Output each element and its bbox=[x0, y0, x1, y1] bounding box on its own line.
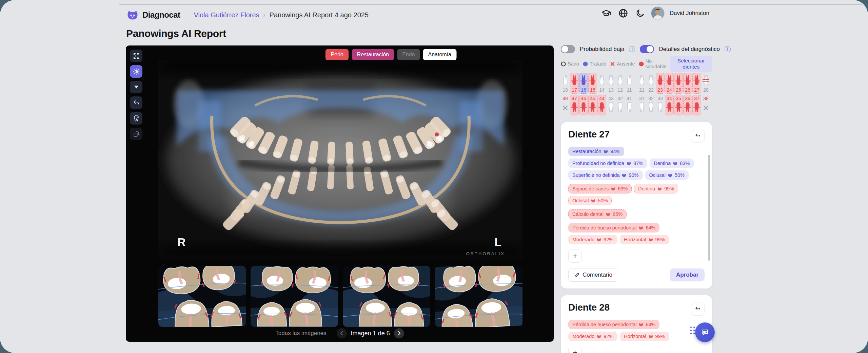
diagnosis-group: Restauración94%Profundidad no definida87… bbox=[568, 147, 705, 180]
tooth-number: 35 bbox=[676, 96, 681, 101]
tooth-47[interactable]: 47 bbox=[570, 95, 579, 115]
tooth-21[interactable]: 21 bbox=[637, 73, 646, 94]
tooth-34[interactable]: 34 bbox=[665, 95, 674, 115]
tooth-36[interactable]: 36 bbox=[683, 95, 692, 115]
tooth-37[interactable]: 37 bbox=[692, 95, 701, 115]
tooth-15[interactable]: 15 bbox=[588, 73, 597, 94]
toggle-detalles-del-diagnostico[interactable] bbox=[640, 45, 654, 53]
tooth-46[interactable]: 46 bbox=[579, 95, 588, 115]
chat-drag-handle-icon[interactable] bbox=[690, 327, 695, 335]
thumbnail-image-1[interactable] bbox=[158, 266, 246, 327]
tooth-18[interactable]: 18 bbox=[561, 73, 570, 94]
tooth-17[interactable]: 17 bbox=[570, 73, 579, 94]
toggle-probabilidad-baja[interactable] bbox=[561, 45, 575, 53]
tooth-38[interactable]: 38 bbox=[702, 95, 710, 115]
diagnosis-group: Pérdida de hueso periodontal64%Moderado9… bbox=[568, 320, 705, 341]
previous-image-button[interactable] bbox=[337, 328, 347, 338]
add-diagnosis-button[interactable]: + bbox=[568, 249, 582, 263]
tooth-48[interactable]: 48 bbox=[561, 95, 570, 115]
layer-tab-restauracion[interactable]: Restauración bbox=[352, 49, 394, 60]
tooth-number: 32 bbox=[648, 96, 654, 101]
select-teeth-button[interactable]: Seleccionar dientes bbox=[670, 56, 712, 72]
diagnosis-tag-oclusal[interactable]: Oclusal50% bbox=[568, 196, 612, 205]
tooth-11[interactable]: 11 bbox=[625, 73, 634, 94]
diagnosis-tag-moderado[interactable]: Moderado92% bbox=[568, 332, 617, 341]
tooth-number: 46 bbox=[581, 96, 586, 101]
legend-label: Tratado bbox=[590, 61, 606, 67]
layer-tab-anatomia[interactable]: Anatomía bbox=[423, 49, 456, 60]
layer-tab-perio[interactable]: Perio bbox=[325, 49, 349, 60]
undo-button[interactable] bbox=[691, 129, 705, 143]
user-name[interactable]: David Johnston bbox=[670, 10, 709, 17]
diagnosis-tag-perdida-de-hueso-periodontal[interactable]: Pérdida de hueso periodontal64% bbox=[568, 320, 659, 329]
tooth-12[interactable]: 12 bbox=[616, 73, 625, 94]
tool-brightness-button[interactable] bbox=[130, 65, 142, 78]
tooth-icon bbox=[626, 102, 633, 115]
user-avatar[interactable] bbox=[651, 7, 664, 20]
diagnosis-tag-oclusal[interactable]: Oclusal50% bbox=[645, 170, 689, 180]
chat-button[interactable] bbox=[695, 322, 715, 342]
comment-button[interactable]: Comentario bbox=[568, 268, 618, 282]
panel-scrollbar[interactable] bbox=[708, 155, 710, 261]
tooth-26[interactable]: 26 bbox=[683, 73, 692, 94]
tooth-22[interactable]: 22 bbox=[647, 73, 655, 94]
tooth-33[interactable]: 33 bbox=[656, 95, 665, 115]
layer-tab-endo[interactable]: Endo bbox=[397, 49, 420, 60]
tool-undo-button[interactable] bbox=[130, 96, 142, 109]
thumbnail-image-2[interactable] bbox=[251, 266, 338, 327]
thumbnail-image-4[interactable] bbox=[435, 266, 522, 327]
diagnosis-tag-profundidad-no-definida[interactable]: Profundidad no definida87% bbox=[568, 159, 647, 168]
tooth-31[interactable]: 31 bbox=[637, 95, 646, 115]
approve-button[interactable]: Aprobar bbox=[670, 268, 705, 281]
tool-tooth-numbers-button[interactable]: # bbox=[130, 112, 142, 125]
thumbnail-image-3[interactable] bbox=[343, 266, 430, 327]
tooth-42[interactable]: 42 bbox=[616, 95, 625, 115]
language-globe-icon[interactable] bbox=[617, 7, 629, 19]
tooth-16[interactable]: 16 bbox=[579, 73, 588, 94]
tooth-32[interactable]: 32 bbox=[647, 95, 655, 115]
info-icon[interactable]: i bbox=[629, 46, 635, 52]
diagnosis-tag-restauracion[interactable]: Restauración94% bbox=[568, 147, 624, 156]
tooth-number: 45 bbox=[590, 96, 595, 101]
tooth-14[interactable]: 14 bbox=[597, 73, 606, 94]
breadcrumb-patient-link[interactable]: Viola Gutiérrez Flores bbox=[194, 11, 259, 19]
tooth-35[interactable]: 35 bbox=[674, 95, 683, 115]
tooth-23[interactable]: 23 bbox=[656, 73, 665, 94]
tooth-43[interactable]: 43 bbox=[607, 95, 615, 115]
tooth-24[interactable]: 24 bbox=[665, 73, 674, 94]
undo-button[interactable] bbox=[691, 302, 705, 316]
tool-filter-button[interactable] bbox=[130, 81, 142, 93]
education-icon[interactable] bbox=[600, 7, 612, 19]
tooth-27[interactable]: 27 bbox=[692, 73, 701, 94]
diagnosis-tag-horizontal[interactable]: Horizontal99% bbox=[620, 235, 669, 244]
tooth-number: 17 bbox=[572, 87, 577, 93]
diagnosis-tag-moderado[interactable]: Moderado92% bbox=[568, 235, 617, 244]
brand[interactable]: Diagnocat bbox=[126, 9, 180, 21]
diagnosis-tag-perdida-de-hueso-periodontal[interactable]: Pérdida de hueso periodontal64% bbox=[568, 223, 659, 233]
tool-fullscreen-button[interactable] bbox=[130, 50, 142, 62]
legend-red-icon bbox=[639, 61, 644, 67]
diagnosis-tag-horizontal[interactable]: Horizontal99% bbox=[620, 332, 669, 341]
add-diagnosis-button[interactable]: + bbox=[568, 346, 582, 353]
tooth-45[interactable]: 45 bbox=[588, 95, 597, 115]
tooth-number: 15 bbox=[590, 87, 595, 93]
info-icon[interactable]: i bbox=[725, 46, 731, 52]
panoramic-xray-image[interactable]: R L ORTHORALIX bbox=[158, 60, 522, 259]
diagnosis-tag-dentina[interactable]: Dentina83% bbox=[650, 159, 694, 168]
diagnosis-tag-superficie-no-definida[interactable]: Superficie no definida90% bbox=[568, 170, 643, 180]
all-images-link[interactable]: Todas las imágenes bbox=[275, 330, 326, 337]
tooth-icon bbox=[702, 102, 710, 115]
dental-chart: 18171615141312112122232425262728 4847464… bbox=[561, 73, 712, 115]
diagnosis-tag-calculo-dental[interactable]: Cálculo dental85% bbox=[568, 209, 627, 219]
tool-rotate-button[interactable] bbox=[130, 128, 142, 140]
tooth-25[interactable]: 25 bbox=[674, 73, 683, 94]
diagnosis-tag-dentina[interactable]: Dentina99% bbox=[634, 184, 678, 193]
tooth-41[interactable]: 41 bbox=[625, 95, 634, 115]
diagnosis-tag-signos-de-caries[interactable]: Signos de caries63% bbox=[568, 184, 632, 193]
tooth-28[interactable]: 28 bbox=[702, 73, 710, 94]
dark-mode-moon-icon[interactable] bbox=[634, 7, 646, 19]
next-image-button[interactable] bbox=[394, 328, 404, 338]
tooth-13[interactable]: 13 bbox=[607, 73, 615, 94]
tooth-44[interactable]: 44 bbox=[597, 95, 606, 115]
tag-label: Horizontal bbox=[624, 334, 646, 339]
